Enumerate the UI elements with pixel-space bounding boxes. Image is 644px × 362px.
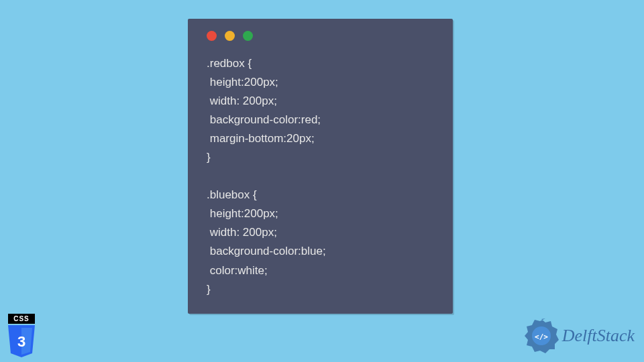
brand-gear-icon: </> <box>523 318 559 354</box>
code-block: .redbox { height:200px; width: 200px; ba… <box>207 54 438 299</box>
traffic-lights <box>207 31 438 41</box>
code-window: .redbox { height:200px; width: 200px; ba… <box>188 19 453 314</box>
maximize-icon <box>243 31 253 41</box>
css-version-text: 3 <box>17 333 25 350</box>
close-icon <box>207 31 217 41</box>
svg-text:</>: </> <box>535 333 548 341</box>
brand-name: DelftStack <box>562 326 635 346</box>
css-shield-icon: 3 <box>7 325 36 356</box>
minimize-icon <box>225 31 235 41</box>
brand-logo: </> DelftStack <box>523 318 635 354</box>
css3-badge: CSS 3 <box>5 314 38 354</box>
css-badge-label: CSS <box>8 314 35 324</box>
